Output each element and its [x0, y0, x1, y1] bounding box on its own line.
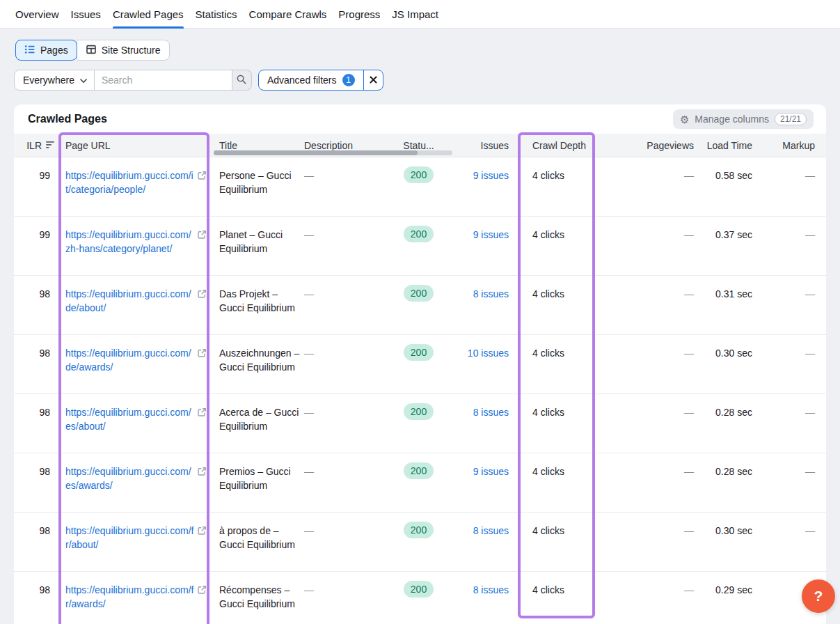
table-row: 98 https://equilibrium.gucci.com/es/abou… — [14, 394, 826, 453]
horizontal-scrollbar-thumb[interactable] — [214, 150, 418, 155]
status-badge: 200 — [404, 403, 434, 420]
external-link-icon[interactable] — [197, 407, 207, 453]
issues-link[interactable]: 8 issues — [473, 288, 509, 299]
column-header-pageviews[interactable]: Pageviews — [592, 140, 704, 151]
cell-markup: — — [763, 335, 826, 393]
column-header-title[interactable]: Title — [214, 140, 304, 151]
tab-js-impact[interactable]: JS Impact — [392, 0, 438, 29]
search-button[interactable] — [232, 70, 252, 91]
tab-statistics[interactable]: Statistics — [196, 0, 237, 29]
close-icon — [370, 75, 377, 86]
advanced-filters-button[interactable]: Advanced filters 1 — [259, 70, 363, 90]
table-row: 98 https://equilibrium.gucci.com/fr/abou… — [14, 513, 826, 572]
cell-page-url: https://equilibrium.gucci.com/de/awards/ — [61, 335, 214, 393]
column-header-crawl-depth[interactable]: Crawl Depth — [514, 140, 592, 151]
cell-pageviews: — — [592, 513, 704, 571]
external-link-icon[interactable] — [197, 288, 207, 334]
page-url-link[interactable]: https://equilibrium.gucci.com/es/about/ — [65, 405, 194, 453]
cell-title: Premios – Gucci Equilibrium — [214, 453, 304, 512]
cell-status-code: 200 — [383, 217, 454, 275]
cell-load-time: 0.37 sec — [704, 217, 763, 275]
tab-compare-crawls[interactable]: Compare Crawls — [249, 0, 327, 29]
issues-link[interactable]: 8 issues — [473, 584, 509, 595]
issues-link[interactable]: 9 issues — [473, 466, 509, 477]
cell-page-url: https://equilibrium.gucci.com/fr/about/ — [61, 513, 214, 571]
cell-ilr: 98 — [14, 513, 61, 571]
horizontal-scrollbar[interactable] — [214, 150, 452, 155]
cell-page-url: https://equilibrium.gucci.com/zh-hans/ca… — [61, 217, 214, 275]
scope-dropdown[interactable]: Everywhere — [14, 70, 95, 91]
cell-title: à propos de – Gucci Equilibrium — [214, 513, 304, 571]
page-url-link[interactable]: https://equilibrium.gucci.com/de/awards/ — [65, 346, 194, 393]
help-button[interactable]: ? — [802, 579, 835, 613]
external-link-icon[interactable] — [197, 170, 207, 216]
top-navigation: Overview Issues Crawled Pages Statistics… — [0, 0, 840, 29]
page-url-link[interactable]: https://equilibrium.gucci.com/es/awards/ — [65, 465, 194, 512]
cell-markup: — — [763, 276, 826, 334]
cell-pageviews: — — [592, 276, 704, 334]
cell-crawl-depth: 4 clicks — [514, 513, 592, 571]
column-header-issues[interactable]: Issues — [454, 140, 514, 151]
column-header-ilr[interactable]: ILR — [14, 140, 61, 151]
table-body: 99 https://equilibrium.gucci.com/it/cate… — [14, 157, 826, 624]
column-header-page-url[interactable]: Page URL — [61, 140, 214, 151]
tab-issues[interactable]: Issues — [71, 0, 101, 29]
status-badge: 200 — [404, 522, 434, 538]
tab-crawled-pages[interactable]: Crawled Pages — [113, 0, 184, 29]
cell-load-time: 0.58 sec — [704, 157, 763, 216]
advanced-filters-count-badge: 1 — [342, 74, 355, 86]
cell-title: Planet – Gucci Equilibrium — [214, 217, 304, 275]
table-row: 98 https://equilibrium.gucci.com/fr/awar… — [14, 572, 826, 624]
cell-crawl-depth: 4 clicks — [514, 453, 592, 512]
gear-icon: ⚙ — [680, 114, 689, 125]
cell-crawl-depth: 4 clicks — [514, 217, 592, 275]
clear-filters-button[interactable] — [363, 70, 383, 90]
cell-issues: 8 issues — [454, 513, 514, 571]
issues-link[interactable]: 9 issues — [473, 229, 509, 240]
tab-overview[interactable]: Overview — [15, 0, 59, 29]
cell-ilr: 99 — [14, 157, 61, 216]
cell-status-code: 200 — [383, 453, 454, 512]
cell-issues: 9 issues — [454, 157, 514, 216]
cell-ilr: 98 — [14, 335, 61, 393]
cell-issues: 9 issues — [454, 453, 514, 512]
external-link-icon[interactable] — [197, 466, 207, 512]
column-header-markup[interactable]: Markup — [763, 140, 826, 151]
issues-link[interactable]: 8 issues — [473, 525, 509, 536]
page-url-link[interactable]: https://equilibrium.gucci.com/it/categor… — [65, 169, 194, 216]
external-link-icon[interactable] — [197, 584, 207, 624]
cell-title: Persone – Gucci Equilibrium — [214, 157, 304, 216]
issues-link[interactable]: 8 issues — [473, 407, 509, 418]
cell-markup: — — [763, 217, 826, 275]
cell-pageviews: — — [592, 572, 704, 624]
column-header-status[interactable]: Statu... — [383, 140, 454, 151]
issues-link[interactable]: 10 issues — [468, 348, 509, 359]
external-link-icon[interactable] — [197, 229, 207, 275]
cell-status-code: 200 — [383, 572, 454, 624]
external-link-icon[interactable] — [197, 348, 207, 393]
cell-issues: 8 issues — [454, 394, 514, 453]
page-url-link[interactable]: https://equilibrium.gucci.com/zh-hans/ca… — [65, 228, 194, 275]
page-url-link[interactable]: https://equilibrium.gucci.com/de/about/ — [65, 287, 194, 334]
card-header: Crawled Pages ⚙ Manage columns 21/21 — [14, 104, 826, 134]
site-structure-toggle-label: Site Structure — [102, 45, 161, 56]
column-header-description[interactable]: Description — [304, 140, 383, 151]
cell-ilr: 98 — [14, 572, 61, 624]
external-link-icon[interactable] — [197, 525, 207, 571]
pages-toggle-button[interactable]: Pages — [15, 40, 77, 61]
site-structure-toggle-button[interactable]: Site Structure — [77, 40, 170, 61]
tab-progress[interactable]: Progress — [338, 0, 380, 29]
view-toggle: Pages Site Structure — [15, 40, 840, 61]
page-url-link[interactable]: https://equilibrium.gucci.com/fr/about/ — [65, 524, 194, 571]
table-row: 99 https://equilibrium.gucci.com/zh-hans… — [14, 217, 826, 276]
cell-page-url: https://equilibrium.gucci.com/es/about/ — [61, 394, 214, 453]
cell-pageviews: — — [592, 453, 704, 512]
column-header-load-time[interactable]: Load Time — [704, 140, 763, 151]
search-input[interactable] — [95, 70, 232, 91]
page-url-link[interactable]: https://equilibrium.gucci.com/fr/awards/ — [65, 583, 194, 624]
pages-toggle-label: Pages — [40, 45, 68, 56]
issues-link[interactable]: 9 issues — [473, 170, 509, 181]
cell-load-time: 0.28 sec — [704, 453, 763, 512]
manage-columns-button[interactable]: ⚙ Manage columns 21/21 — [673, 109, 814, 129]
table-row: 98 https://equilibrium.gucci.com/es/awar… — [14, 453, 826, 513]
